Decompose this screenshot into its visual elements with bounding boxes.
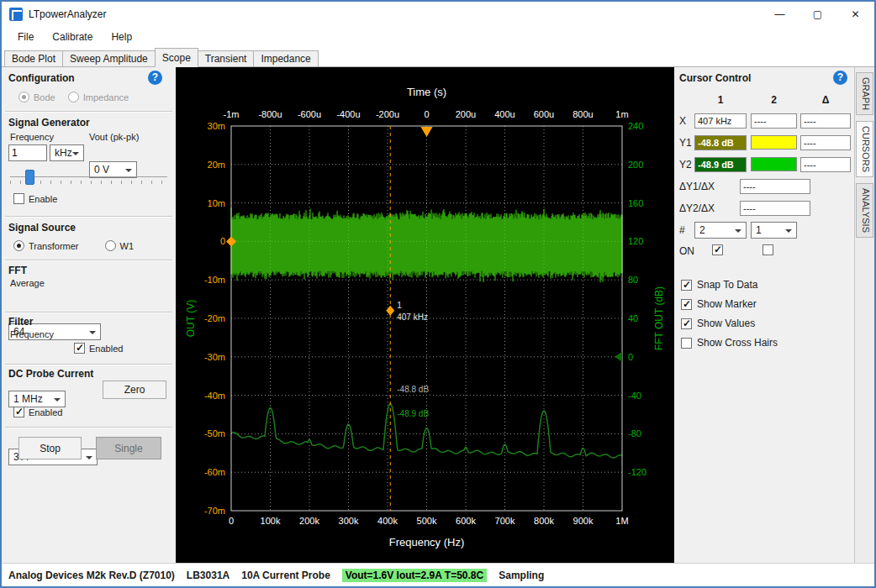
signal-source-row: Transformer W1 — [13, 240, 134, 251]
fft-channel-marker-icon[interactable] — [615, 352, 622, 362]
axis-tick-label: -400u — [336, 109, 360, 119]
snap-to-data-checkbox[interactable] — [681, 280, 692, 291]
show-values-label: Show Values — [697, 318, 755, 329]
trigger-marker-icon[interactable] — [421, 127, 433, 137]
vout-label: Vout (pk-pk) — [89, 132, 139, 142]
configuration-title: Configuration — [8, 72, 75, 84]
show-cross-hairs-checkbox[interactable] — [681, 338, 692, 349]
app-window: LTpowerAnalyzer — ▢ ✕ File Calibrate Hel… — [0, 0, 876, 588]
axis-tick-label: 1M — [615, 516, 628, 526]
axis-tick-label: 10m — [208, 198, 225, 208]
cursor-control-title: Cursor Control — [679, 72, 751, 84]
show-values-checkbox[interactable] — [681, 318, 692, 329]
axis-tick-label: 407 kHz — [397, 312, 428, 322]
axis-tick-label: 240 — [628, 121, 643, 131]
maximize-button[interactable]: ▢ — [799, 2, 836, 27]
cursor1-number-select[interactable]: 2 — [694, 222, 747, 239]
scope-plot[interactable]: 1407 kHz-48.8 dB-48.9 dB-1m-800u-600u-40… — [176, 67, 674, 564]
cursor2-on-checkbox[interactable] — [763, 244, 773, 255]
dc-probe-enabled-checkbox[interactable] — [13, 407, 24, 417]
waveform-trace — [231, 207, 622, 282]
configuration-help-icon[interactable]: ? — [148, 71, 162, 85]
show-values-row: Show Values — [681, 318, 755, 329]
status-probe: 10A Current Probe — [241, 570, 330, 581]
cursor-y1-swatch[interactable] — [751, 135, 797, 150]
axis-tick-label: 100k — [261, 516, 281, 526]
cursor-x1-value[interactable]: 407 kHz — [694, 113, 747, 129]
axis-tick-label: -80 — [628, 428, 641, 438]
stop-button[interactable]: Stop — [18, 437, 82, 459]
title-bar: LTpowerAnalyzer — ▢ ✕ — [2, 2, 874, 27]
generator-enable-checkbox[interactable] — [13, 193, 24, 204]
tab-sweep-amplitude[interactable]: Sweep Amplitude — [62, 50, 156, 67]
divider — [5, 111, 172, 113]
show-marker-label: Show Marker — [697, 298, 757, 310]
cursor1-number-value: 2 — [699, 224, 705, 236]
cursor-col1-header: 1 — [694, 94, 747, 106]
frequency-label: Frequency — [10, 132, 54, 142]
side-tab-cursors[interactable]: CURSORS — [856, 121, 873, 177]
axis-tick-label: -20m — [204, 313, 225, 323]
cursor-x2-value[interactable]: ---- — [751, 113, 797, 129]
axis-tick-label: 0 — [424, 109, 429, 119]
slider-thumb[interactable] — [25, 170, 34, 185]
transformer-radio[interactable] — [13, 240, 24, 251]
show-marker-checkbox[interactable] — [681, 299, 692, 310]
cursor2-number-value: 1 — [756, 224, 762, 236]
axis-tick-label: -50m — [204, 428, 225, 438]
axis-tick-label: 0 — [220, 236, 225, 246]
window-title: LTpowerAnalyzer — [29, 8, 106, 20]
w1-radio[interactable] — [105, 240, 116, 251]
filter-enabled-row: Enabled — [74, 343, 123, 354]
minimize-button[interactable]: — — [761, 2, 799, 27]
tab-strip: Bode Plot Sweep Amplitude Scope Transien… — [2, 47, 874, 67]
impedance-radio[interactable] — [68, 92, 79, 102]
tab-scope[interactable]: Scope — [155, 48, 198, 67]
axis-tick-label: -1m — [224, 109, 240, 119]
tab-transient[interactable]: Transient — [198, 50, 255, 67]
tab-bode-plot[interactable]: Bode Plot — [4, 50, 63, 67]
dy1-dx-value: ---- — [740, 179, 810, 194]
cursor-y2-swatch[interactable] — [751, 157, 797, 171]
scope-plot-area[interactable]: 1407 kHz-48.8 dB-48.9 dB-1m-800u-600u-40… — [176, 67, 674, 564]
axis-tick-label: -800u — [258, 109, 282, 119]
cursor-y2-label: Y2 — [679, 159, 692, 171]
frequency-slider[interactable] — [2, 168, 176, 188]
side-tab-graph[interactable]: GRAPH — [856, 72, 873, 115]
close-button[interactable]: ✕ — [836, 2, 874, 27]
fft-title: FFT — [8, 265, 27, 276]
dy2-dx-label: ΔY2/ΔX — [679, 202, 715, 214]
axis-tick-label: 0 — [229, 516, 234, 526]
axis-tick-label: -70m — [204, 506, 225, 516]
zero-button[interactable]: Zero — [103, 381, 166, 399]
show-marker-row: Show Marker — [681, 298, 757, 310]
cursor-help-icon[interactable]: ? — [833, 71, 847, 85]
menu-calibrate[interactable]: Calibrate — [43, 31, 102, 43]
bode-radio[interactable] — [18, 92, 29, 102]
filter-frequency-select[interactable]: 1 MHz — [8, 391, 66, 407]
w1-radio-label: W1 — [120, 241, 135, 251]
cursor-on-label: ON — [679, 245, 694, 257]
frequency-unit-select[interactable]: kHz — [50, 144, 84, 161]
side-tab-analysis[interactable]: ANALYSIS — [856, 183, 873, 238]
divider — [5, 260, 172, 261]
frequency-input[interactable] — [8, 144, 47, 161]
menu-help[interactable]: Help — [102, 31, 141, 43]
signal-source-title: Signal Source — [8, 222, 76, 234]
cursor1-on-checkbox[interactable] — [712, 244, 723, 255]
average-label: Average — [10, 278, 45, 288]
telemetry-badge: Vout=1.6V Iout=2.9A T=50.8C — [342, 569, 487, 582]
axis-tick-label: -40 — [628, 391, 641, 401]
menu-file[interactable]: File — [8, 31, 43, 43]
axis-tick-label: 30m — [208, 121, 225, 131]
single-button: Single — [96, 437, 161, 459]
cursor-y1-value: -48.8 dB — [694, 135, 747, 150]
filter-frequency-value: 1 MHz — [13, 393, 43, 405]
tab-impedance[interactable]: Impedance — [253, 50, 318, 67]
enable-row: Enable — [13, 193, 57, 204]
cursor-y1-delta-value: ---- — [800, 135, 851, 150]
status-state: Sampling — [499, 570, 544, 581]
cursor2-number-select[interactable]: 1 — [751, 222, 797, 239]
axis-tick-label: 120 — [628, 236, 643, 246]
filter-enabled-checkbox[interactable] — [74, 343, 85, 354]
